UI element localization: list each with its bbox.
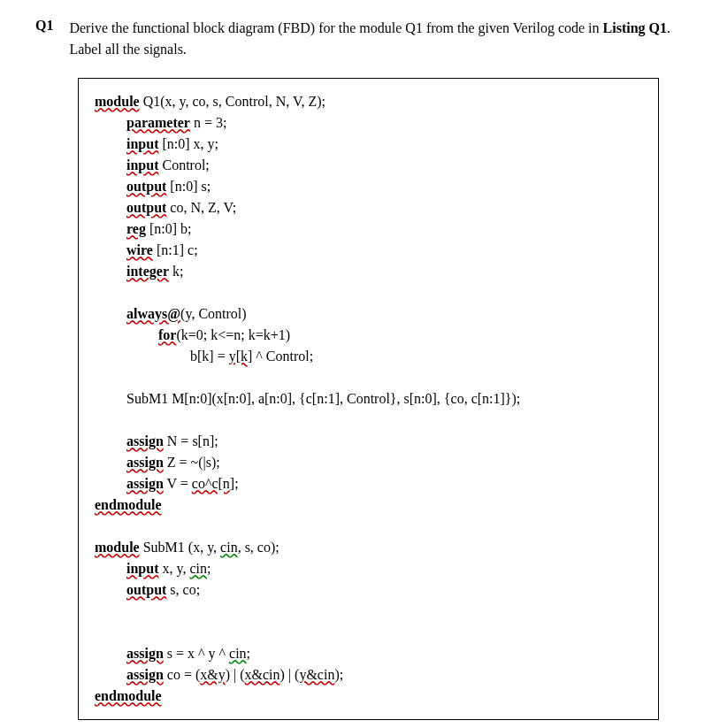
code-text: Q1(x, y, co, s, Control, N, V, Z); bbox=[140, 94, 325, 109]
keyword: endmodule bbox=[95, 688, 162, 703]
code-text: ); bbox=[334, 667, 343, 682]
question-row: Q1 Derive the functional block diagram (… bbox=[35, 18, 677, 60]
code-line: module Q1(x, y, co, s, Control, N, V, Z)… bbox=[95, 91, 642, 112]
code-text-squiggle: y&cin bbox=[299, 667, 334, 682]
code-line: always@(y, Control) bbox=[95, 303, 642, 325]
question-label: Q1 bbox=[35, 18, 53, 60]
keyword: integer bbox=[126, 264, 169, 279]
keyword: assign bbox=[126, 667, 164, 682]
code-line: SubM1 M[n:0](x[n:0], a[n:0], {c[n:1], Co… bbox=[95, 388, 642, 410]
code-line: reg [n:0] b; bbox=[95, 218, 642, 240]
code-line: b[k] = y[k] ^ Control; bbox=[95, 346, 642, 367]
code-text: ) | ( bbox=[280, 667, 300, 682]
keyword: output bbox=[126, 582, 166, 597]
keyword: output bbox=[126, 200, 166, 215]
code-line: input x, y, cin; bbox=[95, 558, 642, 579]
blank-line bbox=[95, 601, 642, 622]
keyword: module bbox=[95, 540, 140, 555]
code-text-squiggle: x&cin bbox=[245, 667, 280, 682]
question-text-before: Derive the functional block diagram (FBD… bbox=[69, 20, 602, 35]
code-line: output [n:0] s; bbox=[95, 176, 642, 197]
keyword: endmodule bbox=[95, 497, 162, 512]
code-text: Control; bbox=[158, 157, 209, 172]
code-line: output s, co; bbox=[95, 579, 642, 601]
code-text: SubM1 M[n:0](x[n:0], a[n:0], {c[n:1], Co… bbox=[126, 391, 520, 406]
code-text: Z = ~(|s); bbox=[164, 455, 220, 470]
question-text: Derive the functional block diagram (FBD… bbox=[69, 18, 677, 60]
code-text: k; bbox=[169, 264, 183, 279]
code-text-green-squiggle: cin bbox=[229, 646, 247, 661]
keyword: input bbox=[126, 157, 158, 172]
code-text: V = bbox=[164, 476, 192, 491]
code-line: input [n:0] x, y; bbox=[95, 134, 642, 155]
code-line: module SubM1 (x, y, cin, s, co); bbox=[95, 537, 642, 558]
code-text: ; bbox=[247, 646, 250, 661]
blank-line bbox=[95, 282, 642, 303]
code-text-green-squiggle: cin bbox=[189, 561, 207, 576]
code-text: [n:0] b; bbox=[146, 221, 192, 236]
code-text: [n:1] c; bbox=[153, 242, 198, 257]
keyword: always@ bbox=[126, 306, 180, 321]
blank-line bbox=[95, 516, 642, 537]
keyword: assign bbox=[126, 455, 164, 470]
code-text: s, co; bbox=[166, 582, 200, 597]
code-line: assign co = (x&y) | (x&cin) | (y&cin); bbox=[95, 664, 642, 686]
code-text: n = 3; bbox=[190, 115, 226, 130]
code-text: (k=0; k<=n; k=k+1) bbox=[176, 327, 290, 342]
code-line: assign V = co^c[n]; bbox=[95, 473, 642, 494]
code-line: assign N = s[n]; bbox=[95, 431, 642, 452]
code-line: output co, N, Z, V; bbox=[95, 197, 642, 218]
code-line: wire [n:1] c; bbox=[95, 240, 642, 261]
code-line: assign s = x ^ y ^ cin; bbox=[95, 643, 642, 664]
keyword: reg bbox=[126, 221, 146, 236]
keyword: output bbox=[126, 179, 166, 194]
code-line: for(k=0; k<=n; k=k+1) bbox=[95, 325, 642, 346]
keyword: assign bbox=[126, 433, 164, 448]
code-text: b[k] = bbox=[190, 349, 229, 364]
code-listing-box: module Q1(x, y, co, s, Control, N, V, Z)… bbox=[78, 78, 659, 720]
code-text: SubM1 (x, y, bbox=[140, 540, 220, 555]
code-line: endmodule bbox=[95, 494, 642, 516]
code-text: (y, Control) bbox=[180, 306, 247, 321]
code-text: ] ^ Control; bbox=[248, 349, 313, 364]
code-line: assign Z = ~(|s); bbox=[95, 452, 642, 473]
code-text-squiggle: co^c[n bbox=[192, 476, 230, 491]
code-text: [n:0] s; bbox=[166, 179, 211, 194]
keyword: assign bbox=[126, 476, 164, 491]
listing-ref: Listing Q1 bbox=[603, 20, 667, 35]
code-text: ; bbox=[207, 561, 211, 576]
code-line: endmodule bbox=[95, 686, 642, 707]
code-text: ) | ( bbox=[226, 667, 245, 682]
code-text-green-squiggle: cin bbox=[220, 540, 238, 555]
keyword: input bbox=[126, 561, 158, 576]
keyword: input bbox=[126, 136, 158, 151]
code-line: integer k; bbox=[95, 261, 642, 282]
keyword: assign bbox=[126, 646, 164, 661]
code-text: , s, co); bbox=[238, 540, 279, 555]
code-text: x, y, bbox=[158, 561, 189, 576]
code-text-squiggle: x&y bbox=[200, 667, 225, 682]
keyword: parameter bbox=[126, 115, 190, 130]
keyword: for bbox=[158, 327, 176, 342]
blank-line bbox=[95, 622, 642, 643]
code-text: ]; bbox=[230, 476, 239, 491]
blank-line bbox=[95, 367, 642, 388]
code-line: parameter n = 3; bbox=[95, 112, 642, 134]
code-text: [n:0] x, y; bbox=[158, 136, 218, 151]
blank-line bbox=[95, 410, 642, 431]
code-text: co = ( bbox=[164, 667, 200, 682]
code-text: co, N, Z, V; bbox=[166, 200, 236, 215]
code-line: input Control; bbox=[95, 155, 642, 176]
code-text: s = x ^ y ^ bbox=[164, 646, 229, 661]
code-text: N = s[n]; bbox=[164, 433, 218, 448]
keyword: wire bbox=[126, 242, 153, 257]
code-text-squiggle: y[k bbox=[229, 349, 248, 364]
keyword: module bbox=[95, 94, 140, 109]
